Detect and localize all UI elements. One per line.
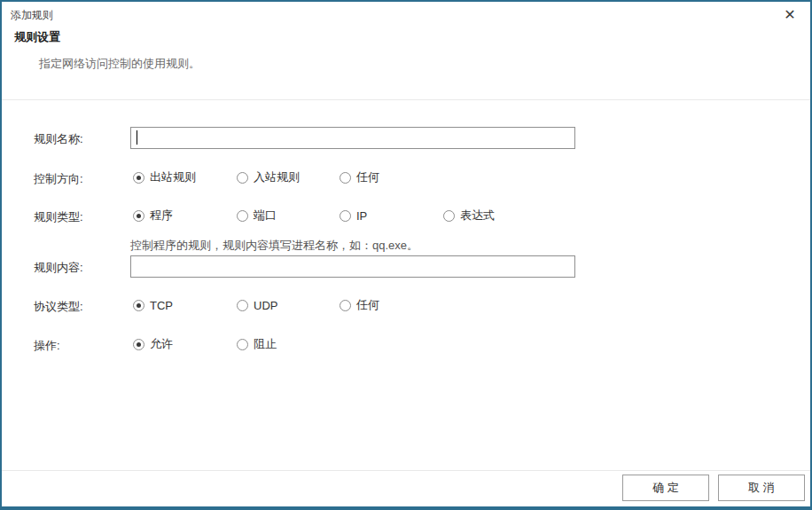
radio-action-allow[interactable]: 允许 [133, 337, 173, 351]
header-divider [2, 99, 810, 100]
radio-protocol-any[interactable]: 任何 [340, 298, 379, 312]
radio-protocol-tcp[interactable]: TCP [133, 298, 173, 312]
radio-icon [237, 210, 248, 222]
rule-content-label: 规则内容: [34, 260, 83, 276]
text-cursor [137, 130, 137, 145]
rule-content-input[interactable] [130, 255, 575, 278]
radio-type-program[interactable]: 程序 [133, 208, 173, 223]
rule-name-input[interactable] [130, 127, 575, 149]
radio-label: 表达式 [460, 208, 495, 224]
radio-label: 任何 [356, 169, 379, 185]
radio-label: UDP [254, 299, 277, 312]
radio-icon [443, 210, 455, 222]
radio-label: 任何 [356, 297, 379, 313]
radio-icon [133, 172, 144, 184]
radio-direction-outbound[interactable]: 出站规则 [133, 170, 196, 184]
close-button[interactable]: ✕ [780, 5, 800, 25]
radio-icon [340, 300, 351, 311]
action-label: 操作: [34, 338, 60, 354]
direction-label: 控制方向: [34, 171, 83, 187]
radio-icon [133, 300, 144, 311]
cancel-button[interactable]: 取 消 [718, 475, 805, 501]
radio-label: 端口 [254, 208, 277, 224]
rule-type-label: 规则类型: [34, 209, 83, 225]
radio-icon [340, 172, 351, 184]
rule-name-label: 规则名称: [34, 131, 83, 147]
ok-button[interactable]: 确 定 [622, 475, 709, 501]
radio-label: 程序 [150, 208, 173, 224]
add-rule-dialog: 添加规则 ✕ 规则设置 指定网络访问控制的使用规则。 规则名称: 控制方向: 出… [0, 0, 812, 510]
section-title: 规则设置 [14, 29, 60, 45]
radio-label: 出站规则 [150, 169, 196, 185]
radio-direction-inbound[interactable]: 入站规则 [237, 170, 300, 184]
dialog-title: 添加规则 [11, 8, 53, 23]
rule-type-hint: 控制程序的规则，规则内容填写进程名称，如：qq.exe。 [130, 238, 418, 254]
radio-icon [237, 172, 248, 184]
radio-label: IP [356, 209, 367, 223]
section-description: 指定网络访问控制的使用规则。 [39, 56, 200, 72]
radio-protocol-udp[interactable]: UDP [237, 298, 277, 312]
footer-divider [2, 470, 810, 471]
radio-label: 允许 [150, 336, 173, 352]
radio-label: 阻止 [254, 336, 277, 352]
radio-action-block[interactable]: 阻止 [237, 337, 277, 351]
radio-icon [340, 210, 351, 222]
radio-icon [237, 300, 248, 311]
radio-type-port[interactable]: 端口 [237, 208, 277, 223]
radio-type-ip[interactable]: IP [340, 208, 367, 223]
radio-icon [237, 339, 248, 350]
radio-label: 入站规则 [254, 169, 300, 185]
protocol-label: 协议类型: [34, 299, 83, 315]
radio-icon [133, 339, 144, 350]
radio-direction-any[interactable]: 任何 [340, 170, 379, 184]
radio-type-expression[interactable]: 表达式 [443, 208, 495, 223]
radio-icon [133, 210, 144, 222]
radio-label: TCP [150, 299, 173, 312]
close-icon: ✕ [784, 7, 795, 22]
